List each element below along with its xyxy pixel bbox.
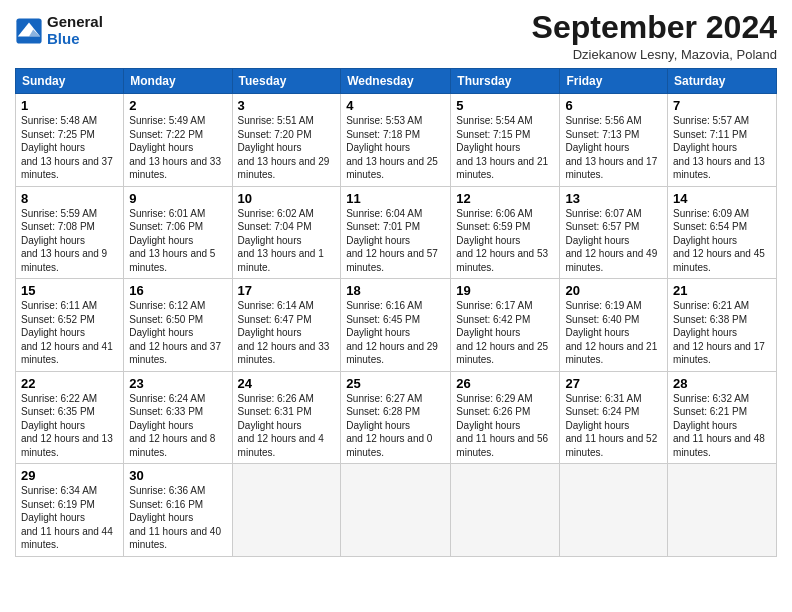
- calendar-day-cell: 17 Sunrise: 6:14 AM Sunset: 6:47 PM Dayl…: [232, 279, 341, 372]
- col-tuesday: Tuesday: [232, 69, 341, 94]
- day-info: Sunrise: 6:04 AM Sunset: 7:01 PM Dayligh…: [346, 207, 445, 275]
- logo-line2: Blue: [47, 31, 103, 48]
- day-number: 15: [21, 283, 118, 298]
- logo: General Blue: [15, 14, 103, 47]
- day-info: Sunrise: 6:11 AM Sunset: 6:52 PM Dayligh…: [21, 299, 118, 367]
- day-info: Sunrise: 6:26 AM Sunset: 6:31 PM Dayligh…: [238, 392, 336, 460]
- calendar-week-row: 8 Sunrise: 5:59 AM Sunset: 7:08 PM Dayli…: [16, 186, 777, 279]
- day-info: Sunrise: 6:31 AM Sunset: 6:24 PM Dayligh…: [565, 392, 662, 460]
- day-number: 26: [456, 376, 554, 391]
- calendar-day-cell: 18 Sunrise: 6:16 AM Sunset: 6:45 PM Dayl…: [341, 279, 451, 372]
- day-number: 27: [565, 376, 662, 391]
- day-number: 12: [456, 191, 554, 206]
- calendar-week-row: 1 Sunrise: 5:48 AM Sunset: 7:25 PM Dayli…: [16, 94, 777, 187]
- day-info: Sunrise: 5:48 AM Sunset: 7:25 PM Dayligh…: [21, 114, 118, 182]
- calendar-week-row: 29 Sunrise: 6:34 AM Sunset: 6:19 PM Dayl…: [16, 464, 777, 557]
- calendar-day-cell: [341, 464, 451, 557]
- day-number: 29: [21, 468, 118, 483]
- calendar-day-cell: 28 Sunrise: 6:32 AM Sunset: 6:21 PM Dayl…: [668, 371, 777, 464]
- col-friday: Friday: [560, 69, 668, 94]
- calendar-day-cell: 15 Sunrise: 6:11 AM Sunset: 6:52 PM Dayl…: [16, 279, 124, 372]
- title-block: September 2024 Dziekanow Lesny, Mazovia,…: [532, 10, 777, 62]
- day-number: 14: [673, 191, 771, 206]
- day-info: Sunrise: 6:09 AM Sunset: 6:54 PM Dayligh…: [673, 207, 771, 275]
- calendar-day-cell: 22 Sunrise: 6:22 AM Sunset: 6:35 PM Dayl…: [16, 371, 124, 464]
- calendar-day-cell: 14 Sunrise: 6:09 AM Sunset: 6:54 PM Dayl…: [668, 186, 777, 279]
- day-number: 18: [346, 283, 445, 298]
- day-info: Sunrise: 5:51 AM Sunset: 7:20 PM Dayligh…: [238, 114, 336, 182]
- calendar-day-cell: 9 Sunrise: 6:01 AM Sunset: 7:06 PM Dayli…: [124, 186, 232, 279]
- calendar-day-cell: [668, 464, 777, 557]
- calendar-day-cell: 12 Sunrise: 6:06 AM Sunset: 6:59 PM Dayl…: [451, 186, 560, 279]
- calendar-day-cell: 26 Sunrise: 6:29 AM Sunset: 6:26 PM Dayl…: [451, 371, 560, 464]
- day-number: 16: [129, 283, 226, 298]
- logo-icon: [15, 17, 43, 45]
- day-number: 25: [346, 376, 445, 391]
- calendar-day-cell: [232, 464, 341, 557]
- day-info: Sunrise: 6:16 AM Sunset: 6:45 PM Dayligh…: [346, 299, 445, 367]
- month-title: September 2024: [532, 10, 777, 45]
- day-number: 13: [565, 191, 662, 206]
- day-info: Sunrise: 6:32 AM Sunset: 6:21 PM Dayligh…: [673, 392, 771, 460]
- day-info: Sunrise: 6:02 AM Sunset: 7:04 PM Dayligh…: [238, 207, 336, 275]
- day-number: 17: [238, 283, 336, 298]
- col-sunday: Sunday: [16, 69, 124, 94]
- calendar-day-cell: 21 Sunrise: 6:21 AM Sunset: 6:38 PM Dayl…: [668, 279, 777, 372]
- day-number: 7: [673, 98, 771, 113]
- calendar-day-cell: 10 Sunrise: 6:02 AM Sunset: 7:04 PM Dayl…: [232, 186, 341, 279]
- calendar-day-cell: 2 Sunrise: 5:49 AM Sunset: 7:22 PM Dayli…: [124, 94, 232, 187]
- col-monday: Monday: [124, 69, 232, 94]
- calendar-day-cell: 24 Sunrise: 6:26 AM Sunset: 6:31 PM Dayl…: [232, 371, 341, 464]
- day-number: 4: [346, 98, 445, 113]
- day-number: 19: [456, 283, 554, 298]
- day-number: 22: [21, 376, 118, 391]
- calendar-day-cell: 19 Sunrise: 6:17 AM Sunset: 6:42 PM Dayl…: [451, 279, 560, 372]
- col-wednesday: Wednesday: [341, 69, 451, 94]
- day-info: Sunrise: 6:12 AM Sunset: 6:50 PM Dayligh…: [129, 299, 226, 367]
- calendar-day-cell: [560, 464, 668, 557]
- day-number: 1: [21, 98, 118, 113]
- col-thursday: Thursday: [451, 69, 560, 94]
- day-info: Sunrise: 6:34 AM Sunset: 6:19 PM Dayligh…: [21, 484, 118, 552]
- day-number: 2: [129, 98, 226, 113]
- calendar-week-row: 15 Sunrise: 6:11 AM Sunset: 6:52 PM Dayl…: [16, 279, 777, 372]
- calendar-day-cell: [451, 464, 560, 557]
- day-info: Sunrise: 6:17 AM Sunset: 6:42 PM Dayligh…: [456, 299, 554, 367]
- day-info: Sunrise: 6:24 AM Sunset: 6:33 PM Dayligh…: [129, 392, 226, 460]
- calendar-day-cell: 23 Sunrise: 6:24 AM Sunset: 6:33 PM Dayl…: [124, 371, 232, 464]
- day-info: Sunrise: 6:07 AM Sunset: 6:57 PM Dayligh…: [565, 207, 662, 275]
- day-number: 24: [238, 376, 336, 391]
- calendar-day-cell: 3 Sunrise: 5:51 AM Sunset: 7:20 PM Dayli…: [232, 94, 341, 187]
- calendar-day-cell: 29 Sunrise: 6:34 AM Sunset: 6:19 PM Dayl…: [16, 464, 124, 557]
- calendar-day-cell: 20 Sunrise: 6:19 AM Sunset: 6:40 PM Dayl…: [560, 279, 668, 372]
- calendar-body: 1 Sunrise: 5:48 AM Sunset: 7:25 PM Dayli…: [16, 94, 777, 557]
- day-number: 11: [346, 191, 445, 206]
- calendar-day-cell: 13 Sunrise: 6:07 AM Sunset: 6:57 PM Dayl…: [560, 186, 668, 279]
- day-number: 23: [129, 376, 226, 391]
- calendar-day-cell: 5 Sunrise: 5:54 AM Sunset: 7:15 PM Dayli…: [451, 94, 560, 187]
- calendar-day-cell: 30 Sunrise: 6:36 AM Sunset: 6:16 PM Dayl…: [124, 464, 232, 557]
- subtitle: Dziekanow Lesny, Mazovia, Poland: [532, 47, 777, 62]
- day-info: Sunrise: 5:57 AM Sunset: 7:11 PM Dayligh…: [673, 114, 771, 182]
- calendar-day-cell: 25 Sunrise: 6:27 AM Sunset: 6:28 PM Dayl…: [341, 371, 451, 464]
- calendar-day-cell: 4 Sunrise: 5:53 AM Sunset: 7:18 PM Dayli…: [341, 94, 451, 187]
- calendar-day-cell: 6 Sunrise: 5:56 AM Sunset: 7:13 PM Dayli…: [560, 94, 668, 187]
- col-saturday: Saturday: [668, 69, 777, 94]
- day-info: Sunrise: 5:49 AM Sunset: 7:22 PM Dayligh…: [129, 114, 226, 182]
- day-info: Sunrise: 5:53 AM Sunset: 7:18 PM Dayligh…: [346, 114, 445, 182]
- calendar-day-cell: 8 Sunrise: 5:59 AM Sunset: 7:08 PM Dayli…: [16, 186, 124, 279]
- logo-text: General Blue: [47, 14, 103, 47]
- calendar-table: Sunday Monday Tuesday Wednesday Thursday…: [15, 68, 777, 557]
- calendar-day-cell: 7 Sunrise: 5:57 AM Sunset: 7:11 PM Dayli…: [668, 94, 777, 187]
- calendar-day-cell: 16 Sunrise: 6:12 AM Sunset: 6:50 PM Dayl…: [124, 279, 232, 372]
- day-info: Sunrise: 5:54 AM Sunset: 7:15 PM Dayligh…: [456, 114, 554, 182]
- day-number: 20: [565, 283, 662, 298]
- calendar-container: General Blue September 2024 Dziekanow Le…: [0, 0, 792, 612]
- day-info: Sunrise: 6:19 AM Sunset: 6:40 PM Dayligh…: [565, 299, 662, 367]
- day-number: 5: [456, 98, 554, 113]
- day-number: 28: [673, 376, 771, 391]
- calendar-day-cell: 27 Sunrise: 6:31 AM Sunset: 6:24 PM Dayl…: [560, 371, 668, 464]
- day-info: Sunrise: 6:21 AM Sunset: 6:38 PM Dayligh…: [673, 299, 771, 367]
- day-info: Sunrise: 6:22 AM Sunset: 6:35 PM Dayligh…: [21, 392, 118, 460]
- day-info: Sunrise: 6:01 AM Sunset: 7:06 PM Dayligh…: [129, 207, 226, 275]
